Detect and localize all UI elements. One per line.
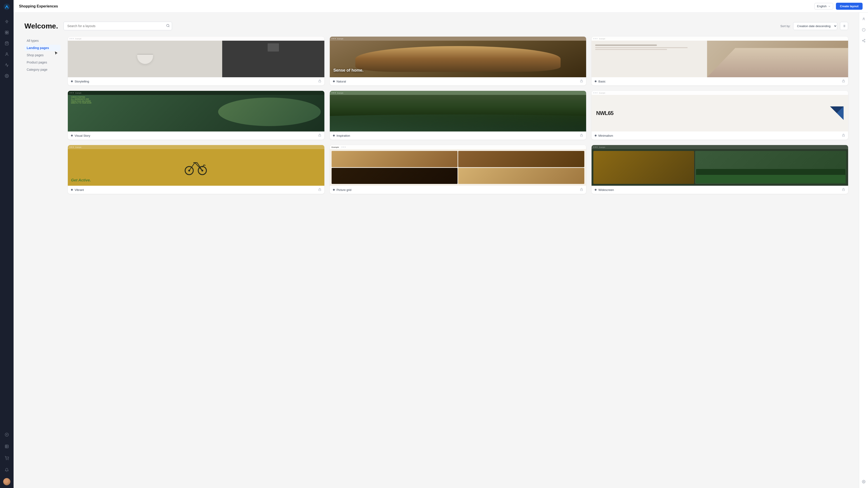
content-inner: Welcome. Sort by: Creation date descendi… bbox=[13, 13, 859, 488]
vs-text-line3: FRESH FOOD DELIVERED bbox=[71, 100, 92, 102]
search-icon[interactable] bbox=[166, 24, 170, 28]
template-card-vibrant[interactable]: Example bbox=[68, 145, 324, 194]
preview-dot bbox=[596, 92, 597, 93]
right-share-icon[interactable] bbox=[860, 37, 867, 44]
template-preview-inspiration: Example bbox=[330, 91, 586, 131]
svg-point-48 bbox=[863, 481, 864, 482]
template-dot bbox=[595, 189, 596, 191]
template-name-row: Inspiration bbox=[333, 134, 350, 137]
pg-cell-3 bbox=[332, 168, 458, 184]
sidebar-item-home[interactable] bbox=[2, 17, 11, 26]
fashion-img bbox=[707, 41, 848, 77]
template-card-minimalism[interactable]: Example NWL65 Minimalis bbox=[592, 91, 848, 140]
language-selector[interactable]: English bbox=[814, 3, 833, 9]
preview-dot bbox=[73, 147, 74, 148]
preview-dot bbox=[593, 92, 594, 93]
svg-rect-30 bbox=[581, 135, 583, 136]
template-dot bbox=[71, 189, 73, 191]
sidebar-item-customers[interactable] bbox=[2, 50, 11, 59]
sort-label: Sort by: bbox=[780, 24, 790, 28]
template-card-visual-story[interactable]: Example CORON STARTING ALL INGREDIENTS A… bbox=[68, 91, 324, 140]
preview-dot bbox=[595, 38, 596, 39]
welcome-heading: Welcome. bbox=[24, 22, 58, 30]
sidebar-item-cart[interactable] bbox=[2, 454, 11, 463]
svg-point-1 bbox=[6, 5, 7, 7]
preview-dot bbox=[332, 38, 333, 39]
sidebar-item-table[interactable] bbox=[2, 442, 11, 451]
svg-point-43 bbox=[864, 39, 865, 40]
pg-grid bbox=[330, 149, 586, 186]
sidebar-item-settings[interactable] bbox=[2, 71, 11, 80]
template-card-basic[interactable]: Example bbox=[592, 37, 848, 86]
preview-example-label: Example bbox=[599, 147, 605, 148]
sidebar-item-marketing[interactable] bbox=[2, 61, 11, 70]
preview-example-label: Example bbox=[337, 38, 343, 39]
bowl-shape bbox=[137, 54, 153, 64]
app-logo[interactable] bbox=[3, 3, 11, 11]
template-preview-minimalism: Example NWL65 bbox=[592, 91, 848, 131]
svg-point-16 bbox=[6, 459, 6, 460]
sidebar-item-products[interactable] bbox=[2, 39, 11, 48]
svg-rect-29 bbox=[318, 135, 321, 136]
template-card-widescreen[interactable]: Example bbox=[592, 145, 848, 194]
preview-topbar: Example bbox=[330, 145, 586, 149]
template-card-picture-grid[interactable]: Example bbox=[330, 145, 586, 194]
svg-rect-12 bbox=[5, 445, 8, 448]
svg-rect-2 bbox=[5, 31, 6, 32]
arm-shape bbox=[707, 48, 848, 77]
preview-dot bbox=[593, 38, 594, 39]
preview-example-label: Example bbox=[75, 147, 81, 148]
search-input[interactable] bbox=[64, 22, 172, 30]
right-info-icon[interactable] bbox=[860, 26, 867, 33]
template-grid: Example bbox=[68, 37, 848, 194]
pg-cell-2 bbox=[458, 151, 584, 167]
vs-text-line2: ALL INGREDIENTS AND bbox=[71, 98, 92, 100]
sort-select[interactable]: Creation date descending Creation date a… bbox=[793, 22, 837, 30]
template-footer-visual-story: Visual Story bbox=[68, 131, 324, 140]
vs-text-line4: DIRECTLY TO YOUR DOOR bbox=[71, 102, 92, 104]
template-footer-minimalism: Minimalism bbox=[592, 131, 848, 140]
template-footer-picture-grid: Picture grid bbox=[330, 186, 586, 194]
vs-text-line1: CORON STARTING bbox=[71, 96, 92, 98]
filter-category-page[interactable]: Category page bbox=[24, 66, 61, 73]
sidebar-item-add[interactable] bbox=[2, 430, 11, 439]
vibrant-text: Get Active. bbox=[71, 178, 91, 183]
template-preview-storytelling: Example bbox=[68, 37, 324, 77]
filter-shop-pages[interactable]: Shop pages bbox=[24, 52, 61, 58]
template-dot bbox=[71, 80, 73, 82]
preview-topbar: Example bbox=[68, 91, 324, 95]
template-card-natural[interactable]: Example Sense of home. bbox=[330, 37, 586, 86]
template-dot bbox=[333, 135, 335, 136]
plate-shape bbox=[218, 98, 321, 126]
lock-icon bbox=[318, 188, 321, 192]
preview-topbar: Example bbox=[592, 91, 848, 95]
create-layout-button[interactable]: Create layout bbox=[836, 3, 863, 10]
preview-topbar: Example bbox=[330, 91, 586, 95]
right-settings-icon[interactable] bbox=[860, 478, 867, 485]
page-title: Shopping Experiences bbox=[19, 4, 814, 8]
template-dot bbox=[71, 135, 73, 136]
sidebar-item-layouts[interactable] bbox=[2, 28, 11, 37]
preview-example-label: Example bbox=[337, 92, 343, 94]
burger-shape bbox=[355, 46, 561, 72]
sidebar-item-bell[interactable] bbox=[2, 465, 11, 475]
preview-topbar: Example bbox=[592, 37, 848, 41]
svg-line-47 bbox=[863, 40, 864, 40]
chevron-down-icon bbox=[828, 5, 831, 8]
right-profile-icon[interactable] bbox=[860, 15, 867, 23]
svg-point-17 bbox=[8, 459, 8, 460]
user-avatar[interactable] bbox=[3, 478, 10, 485]
template-name: Natural bbox=[337, 80, 346, 83]
template-name: Picture grid bbox=[337, 188, 351, 192]
filter-all-types[interactable]: All types bbox=[24, 37, 61, 44]
filter-product-pages[interactable]: Product pages bbox=[24, 59, 61, 66]
sort-filter-button[interactable] bbox=[840, 22, 848, 30]
template-card-inspiration[interactable]: Example Inspiration bbox=[330, 91, 586, 140]
svg-line-19 bbox=[168, 26, 169, 27]
filter-landing-pages[interactable]: Landing pages bbox=[24, 45, 61, 51]
lock-icon bbox=[318, 134, 321, 137]
template-card-storytelling[interactable]: Example bbox=[68, 37, 324, 86]
svg-point-18 bbox=[166, 24, 169, 27]
template-preview-visual-story: Example CORON STARTING ALL INGREDIENTS A… bbox=[68, 91, 324, 131]
preview-dot bbox=[343, 147, 344, 148]
